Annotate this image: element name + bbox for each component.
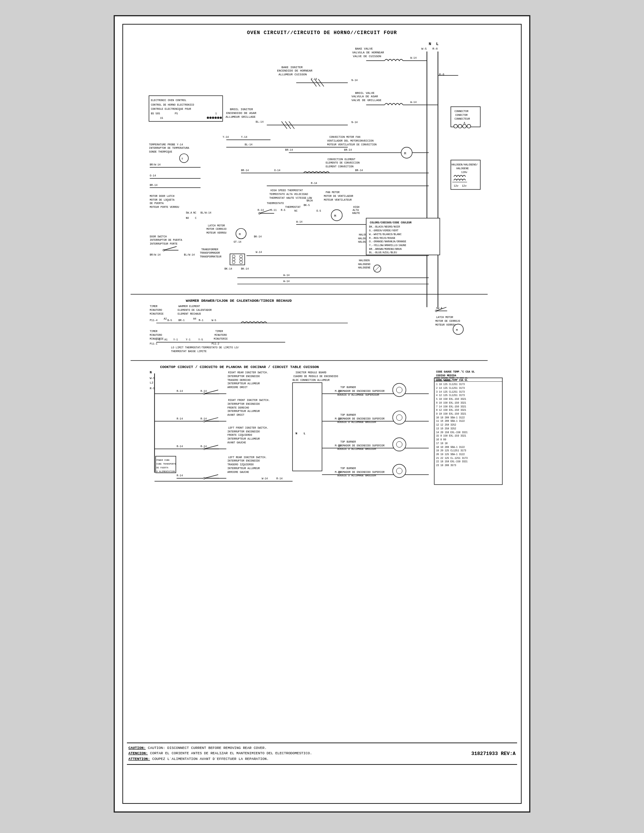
svg-text:MOTOR DE CERROJO: MOTOR DE CERROJO bbox=[435, 320, 460, 323]
svg-text:MOTOR DE VENTILADOR: MOTOR DE VENTILADOR bbox=[324, 195, 353, 198]
svg-text:CODIGO MEDIDA: CODIGO MEDIDA bbox=[435, 380, 452, 382]
svg-text:VENTILADOR DEL MOTORCONVECCION: VENTILADOR DEL MOTORCONVECCION bbox=[327, 139, 374, 142]
svg-text:18  10    200  SEW-1    3122: 18 10 200 SEW-1 3122 bbox=[436, 446, 465, 449]
svg-text:BL/W-14: BL/W-14 bbox=[184, 253, 195, 256]
svg-text:12v: 12v bbox=[454, 184, 458, 187]
svg-text:W-5: W-5 bbox=[211, 319, 216, 322]
svg-text:12  12    250           3252: 12 12 250 3252 bbox=[436, 424, 456, 426]
caution-line2-text: CORTAR EL CORIENTE ANTES DE REALIZAR EL … bbox=[150, 751, 312, 755]
svg-point-75 bbox=[401, 147, 412, 158]
svg-text:TIMER: TIMER bbox=[150, 330, 157, 333]
schematic-diagram: N L W-5 R-6 BAKE VALVE VALVULA DE HORNEA… bbox=[127, 39, 517, 738]
svg-text:NC: NC bbox=[193, 211, 196, 214]
svg-text:BR.-BROWN/MORENO/BRUN: BR.-BROWN/MORENO/BRUN bbox=[369, 248, 402, 251]
svg-text:12v: 12v bbox=[462, 184, 466, 187]
svg-point-105 bbox=[331, 210, 342, 221]
svg-text:INTERRUPTEUR ALLUMEUR: INTERRUPTEUR ALLUMEUR bbox=[227, 410, 260, 413]
svg-text:TRANSFORMER: TRANSFORMER bbox=[201, 248, 218, 251]
svg-point-146 bbox=[232, 258, 235, 261]
svg-text:BOUGIE D`ALLUMAGE BRULEUR: BOUGIE D`ALLUMAGE BRULEUR bbox=[338, 474, 376, 477]
svg-text:A4: A4 bbox=[193, 317, 196, 320]
svg-text:INTERRUPTOR ENCENDIDO: INTERRUPTOR ENCENDIDO bbox=[227, 375, 260, 378]
svg-text:MOTEUR VERROU: MOTEUR VERROU bbox=[206, 232, 227, 234]
svg-text:R-14: R-14 bbox=[177, 390, 183, 392]
svg-point-259 bbox=[396, 387, 402, 393]
svg-text:THERMOSTAT HAUTE VITESSE: THERMOSTAT HAUTE VITESSE bbox=[269, 196, 306, 199]
svg-point-43 bbox=[220, 117, 222, 119]
svg-text:MINUTERO: MINUTERO bbox=[150, 309, 162, 312]
svg-text:DOOR SWITCH: DOOR SWITCH bbox=[150, 235, 167, 238]
svg-text:TOP BURNER: TOP BURNER bbox=[341, 467, 356, 470]
caution-block: CAUTION: CAUTION: DISCONNECT CURRENT BEF… bbox=[127, 743, 517, 765]
svg-text:MINUTERO: MINUTERO bbox=[150, 334, 162, 337]
svg-text:P11-2: P11-2 bbox=[211, 342, 219, 345]
svg-text:SONDE THERMIQUE: SONDE THERMIQUE bbox=[149, 150, 172, 153]
caution-line3: ATTENTION: COUPEZ L`ALIMENTATION AVANT D… bbox=[129, 756, 464, 762]
svg-text:LO LIMIT THERMOSTAT/TERMOSTATO: LO LIMIT THERMOSTAT/TERMOSTATO DE LIMITO… bbox=[171, 346, 239, 349]
svg-text:L: L bbox=[303, 432, 305, 435]
svg-rect-252 bbox=[293, 383, 322, 471]
svg-text:M: M bbox=[456, 329, 458, 332]
svg-text:10  18    200  SEW-1    3122: 10 18 200 SEW-1 3122 bbox=[436, 416, 465, 419]
svg-text:Y-5: Y-5 bbox=[198, 338, 203, 341]
svg-text:AVANT DROIT: AVANT DROIT bbox=[227, 413, 244, 416]
svg-text:HALOGENO: HALOGENO bbox=[358, 263, 370, 266]
svg-text:BL.-BLUE/AZUL/BLEU: BL.-BLUE/AZUL/BLEU bbox=[369, 251, 397, 254]
svg-text:R-14: R-14 bbox=[277, 477, 283, 480]
caution-line3-text: COUPEZ L`ALIMENTATION AVANT D`EFFECTUER … bbox=[152, 757, 269, 761]
svg-point-148 bbox=[240, 255, 242, 258]
svg-point-42 bbox=[217, 117, 219, 119]
svg-text:21  22    125  CL-1251  3173: 21 22 125 CL-1251 3173 bbox=[436, 457, 467, 460]
svg-text:INTERRUPTEUR ALLUMEUR: INTERRUPTEUR ALLUMEUR bbox=[227, 382, 260, 385]
svg-text:W-14: W-14 bbox=[410, 56, 416, 60]
svg-text:CUBE TRANSPORTE: CUBE TRANSPORTE bbox=[156, 463, 177, 465]
svg-text:ALLUMEUR CUISSON: ALLUMEUR CUISSON bbox=[279, 73, 307, 76]
svg-text:15   8    150  EXL-159  3321: 15 8 150 EXL-159 3321 bbox=[436, 435, 466, 437]
svg-text:RIGHT FRONT IGNITER SWITCH.: RIGHT FRONT IGNITER SWITCH. bbox=[228, 399, 270, 402]
svg-text:19  20    125  CL1251   3173: 19 20 125 CL1251 3173 bbox=[436, 449, 466, 452]
svg-text:W-14: W-14 bbox=[256, 251, 262, 254]
svg-text:O-14: O-14 bbox=[150, 174, 156, 177]
svg-text:MINUTERO: MINUTERO bbox=[214, 334, 227, 337]
page-container: OVEN CIRCUIT//CIRCUITO DE HORNO//CIRCUIT… bbox=[114, 15, 530, 812]
svg-text:4   12    125  CL1251   3173: 4 12 125 CL1251 3173 bbox=[436, 394, 465, 397]
svg-text:2   14    125  CL1251   3173: 2 14 125 CL1251 3173 bbox=[436, 387, 465, 390]
svg-text:Y.-YELLOW/AMARILLO/JAUNE: Y.-YELLOW/AMARILLO/JAUNE bbox=[369, 244, 406, 247]
svg-text:SW.A: SW.A bbox=[436, 307, 443, 310]
svg-text:120v: 120v bbox=[461, 171, 467, 174]
svg-text:23  18    200           3573: 23 18 200 3573 bbox=[436, 464, 456, 467]
svg-text:W-5: W-5 bbox=[421, 47, 427, 50]
svg-text:BR-14: BR-14 bbox=[344, 148, 351, 151]
svg-text:LEFT FRONT IGNITER SWITCH.: LEFT FRONT IGNITER SWITCH. bbox=[228, 426, 268, 429]
svg-text:N: N bbox=[150, 371, 151, 375]
svg-text:W.-WHITE/BLANCO/BLANC: W.-WHITE/BLANCO/BLANC bbox=[369, 233, 402, 236]
svg-text:CONVECTION ELEMENT: CONVECTION ELEMENT bbox=[328, 158, 355, 161]
svg-text:MOTEUR VENTILATEUR DE CONVECTI: MOTEUR VENTILATEUR DE CONVECTION bbox=[327, 143, 377, 146]
svg-text:POWER CUBE: POWER CUBE bbox=[156, 459, 170, 462]
svg-text:CONECTOR: CONECTOR bbox=[456, 114, 468, 117]
svg-text:LOW: LOW bbox=[307, 196, 312, 199]
svg-text:CONVECTION MOTOR FAN: CONVECTION MOTOR FAN bbox=[329, 135, 360, 138]
svg-point-169 bbox=[454, 124, 457, 128]
svg-point-61 bbox=[180, 154, 188, 162]
svg-text:LEFT REAR IGNITER SWITCH.: LEFT REAR IGNITER SWITCH. bbox=[228, 456, 267, 459]
caution-line1-text: CAUTION: DISCONNECT CURRENT BEFORE REMOV… bbox=[148, 746, 267, 750]
svg-text:ELEMENTO DE CONVECCION: ELEMENTO DE CONVECCION bbox=[326, 161, 360, 164]
svg-text:5   18    150  EXL-150  3321: 5 18 150 EXL-150 3321 bbox=[436, 398, 466, 400]
svg-text:N-14: N-14 bbox=[351, 121, 357, 124]
svg-text:BR-14: BR-14 bbox=[355, 169, 362, 172]
svg-text:COOKTOP CIRCUIT / CIRCUITO DE : COOKTOP CIRCUIT / CIRCUITO DE PLANCHA DE… bbox=[160, 365, 319, 369]
svg-point-171 bbox=[462, 124, 466, 128]
svg-text:AVANT GAUCHE: AVANT GAUCHE bbox=[227, 441, 246, 444]
svg-text:BAJA: BAJA bbox=[306, 199, 313, 202]
svg-text:THERMOSTAT BASSE LIMITE: THERMOSTAT BASSE LIMITE bbox=[171, 350, 207, 353]
svg-point-124 bbox=[236, 228, 246, 238]
svg-text:BR-14: BR-14 bbox=[241, 169, 248, 172]
svg-text:Y-5: Y-5 bbox=[156, 338, 160, 341]
svg-text:THERMOSTATO: THERMOSTATO bbox=[267, 202, 284, 205]
svg-text:R-14: R-14 bbox=[177, 445, 183, 448]
svg-text:TRASERO IZQUIERDO: TRASERO IZQUIERDO bbox=[227, 463, 253, 466]
svg-text:BOUGIE D`ALLUMAGE BRULEUR: BOUGIE D`ALLUMAGE BRULEUR bbox=[338, 447, 376, 450]
svg-text:11  16    200  SEW-1    3122: 11 16 200 SEW-1 3122 bbox=[436, 420, 465, 423]
svg-text:DE PUERTA: DE PUERTA bbox=[150, 202, 164, 205]
